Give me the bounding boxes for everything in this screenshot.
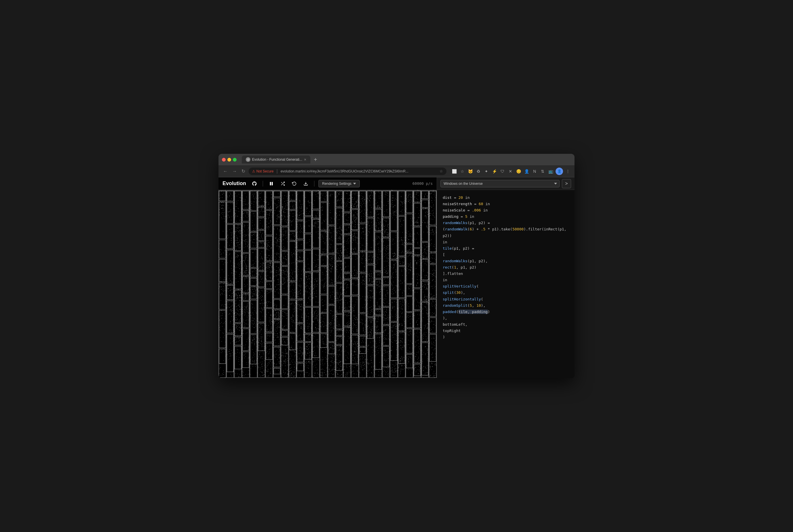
code-line-3: noiseScale = .006 in	[443, 207, 569, 213]
code-line-12: randomWalks(p1, p2),	[443, 258, 569, 264]
code-line-19: splitHorizontally(	[443, 296, 569, 302]
extension-shield-icon[interactable]: 🛡	[499, 168, 505, 174]
code-line-25: )	[443, 334, 569, 340]
preset-select[interactable]: Windows on the Universe	[440, 180, 559, 187]
github-button[interactable]	[250, 179, 259, 188]
menu-icon[interactable]: ⋮	[565, 168, 571, 174]
next-preset-button[interactable]: >	[562, 179, 571, 188]
canvas-area: Evolution	[219, 177, 437, 378]
warning-icon: ⚠	[252, 169, 255, 173]
code-line-22: ),	[443, 315, 569, 321]
extension-cast2-icon[interactable]: 📺	[548, 168, 554, 174]
tab-close-button[interactable]: ×	[304, 157, 306, 162]
canvas-element	[219, 190, 437, 378]
code-editor[interactable]: dist = 20 in noiseStrength = 60 in noise…	[437, 190, 574, 378]
code-line-8: in	[443, 239, 569, 245]
rendering-settings-button[interactable]: Rendering Settings	[318, 180, 360, 187]
extension-face-icon[interactable]: 😊	[515, 168, 522, 174]
close-button[interactable]	[222, 158, 226, 162]
toolbar-separator-1	[263, 181, 263, 187]
download-button[interactable]	[301, 179, 310, 188]
code-line-2: noiseStrength = 60 in	[443, 201, 569, 207]
extension-user-icon[interactable]: 👤	[523, 168, 530, 174]
svg-rect-1	[272, 182, 273, 185]
code-line-7: (randomWalk(6) + .5 * p1).take(50000).fi…	[443, 226, 569, 239]
nav-forward-button[interactable]: →	[231, 168, 238, 175]
rendering-settings-label: Rendering Settings	[322, 182, 351, 186]
reset-button[interactable]	[290, 179, 299, 188]
code-line-4: padding = 5 in	[443, 213, 569, 220]
new-tab-button[interactable]: +	[312, 156, 319, 163]
code-panel: Windows on the Universe > dist = 20 in n…	[437, 177, 574, 378]
app-content: Evolution	[219, 177, 574, 378]
cast-icon[interactable]: ⬜	[451, 168, 457, 174]
code-line-14: ].flatten	[443, 271, 569, 277]
tab-bar: ⚙ Evolution - Functional Generati... × +	[242, 155, 571, 164]
extension-bolt-icon[interactable]: ⚡	[491, 168, 498, 174]
pause-button[interactable]	[267, 179, 276, 188]
extension-cat-icon[interactable]: 🐱	[467, 168, 474, 174]
tab-favicon: ⚙	[246, 157, 251, 162]
code-line-13: rect(1, p1, p2)	[443, 264, 569, 271]
security-warning: ⚠ Not Secure	[252, 169, 274, 173]
user-avatar[interactable]: 👤	[556, 168, 563, 175]
code-line-15: in	[443, 277, 569, 283]
perf-counter: 60000 p/s	[412, 182, 433, 186]
address-bar: ← → ↻ ⚠ Not Secure | evolution.martini.i…	[219, 165, 574, 177]
maximize-button[interactable]	[233, 158, 237, 162]
active-tab[interactable]: ⚙ Evolution - Functional Generati... ×	[242, 155, 310, 164]
code-panel-header: Windows on the Universe >	[437, 177, 574, 190]
code-line-18: split(30),	[443, 289, 569, 296]
minimize-button[interactable]	[227, 158, 231, 162]
code-line-11: [	[443, 252, 569, 258]
svg-rect-0	[270, 182, 271, 185]
code-line-20: randomSplit(5, 10),	[443, 302, 569, 309]
shuffle-button[interactable]	[278, 179, 287, 188]
code-line-24: topRight	[443, 328, 569, 334]
bookmark-star-icon[interactable]: ☆	[459, 168, 465, 174]
not-secure-label: Not Secure	[256, 169, 274, 173]
browser-toolbar-icons: ⬜ ☆ 🐱 ♻ ✦ ⚡ 🛡 ✕ 😊 👤 N ⇅ 📺 👤 ⋮	[451, 168, 571, 175]
extension-n-icon[interactable]: N	[532, 168, 538, 174]
traffic-lights	[222, 158, 237, 162]
code-line-21: padded(tile, padding)	[443, 309, 569, 315]
tab-title: Evolution - Functional Generati...	[252, 157, 302, 162]
app-toolbar: Evolution	[219, 177, 437, 190]
browser-window: ⚙ Evolution - Functional Generati... × +…	[219, 154, 574, 378]
extension-arrows-icon[interactable]: ⇅	[539, 168, 546, 174]
extension-recycle-icon[interactable]: ♻	[475, 168, 481, 174]
nav-refresh-button[interactable]: ↻	[240, 167, 246, 175]
app-title: Evolution	[222, 180, 246, 187]
address-input[interactable]: ⚠ Not Secure | evolution.martini.io/#/ey…	[248, 168, 446, 175]
url-text: evolution.martini.io/#/eyJkcmF3aW5nU3Rhd…	[280, 169, 438, 173]
code-line-23: bottomLeft,	[443, 321, 569, 328]
code-line-10: tile(p1, p2) =	[443, 245, 569, 252]
code-line-6: randomWalks(p1, p2) =	[443, 220, 569, 226]
generative-canvas	[219, 190, 437, 378]
toolbar-separator-2	[314, 181, 314, 187]
extension-x-icon[interactable]: ✕	[507, 168, 514, 174]
bookmark-icon[interactable]: ☆	[440, 169, 443, 173]
nav-back-button[interactable]: ←	[222, 168, 229, 175]
code-line-1: dist = 20 in	[443, 194, 569, 201]
title-bar: ⚙ Evolution - Functional Generati... × +	[219, 154, 574, 165]
code-line-17: splitVertically(	[443, 283, 569, 289]
extension-star2-icon[interactable]: ✦	[483, 168, 490, 174]
